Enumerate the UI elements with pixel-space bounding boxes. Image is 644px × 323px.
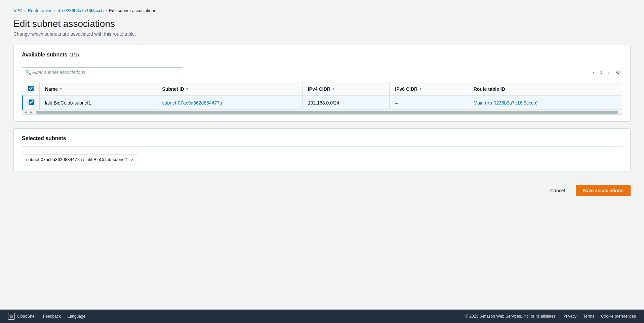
- row-checkbox[interactable]: [29, 99, 34, 105]
- privacy-link[interactable]: Privacy: [563, 314, 576, 319]
- selected-subnets-panel: Selected subnets subnet-07ac9a362d884477…: [13, 128, 631, 171]
- sort-subnet-id-icon: ▼: [186, 87, 189, 91]
- th-checkbox: [23, 82, 40, 96]
- selected-subnets-title: Selected subnets: [22, 135, 622, 142]
- prev-page-button[interactable]: ‹: [591, 68, 597, 76]
- available-subnets-count: (1/1): [69, 52, 79, 57]
- sort-ipv4-icon: ▼: [332, 87, 335, 91]
- page-number: 1: [599, 70, 604, 75]
- filter-subnet-input[interactable]: [22, 67, 183, 77]
- row-ipv6-cidr: –: [390, 96, 468, 110]
- scroll-right-btn[interactable]: ▶: [29, 110, 34, 114]
- row-ipv4-cidr: 192.168.0.0/24: [302, 96, 389, 110]
- row-subnet-id: subnet-07ac9a362d884477a: [157, 96, 302, 110]
- feedback-link[interactable]: Feedback: [43, 314, 61, 319]
- breadcrumb-vpc[interactable]: VPC: [13, 8, 23, 13]
- breadcrumb-sep-2: ›: [54, 8, 56, 13]
- search-icon: 🔍: [25, 70, 31, 75]
- available-subnets-title: Available subnets: [22, 52, 67, 58]
- breadcrumb-current: Edit subnet associations: [109, 8, 156, 13]
- breadcrumb-rtb-id[interactable]: rtb-0236b3a7e16f3cccb: [58, 8, 104, 13]
- breadcrumb-sep-1: ›: [25, 8, 26, 13]
- filter-row: 🔍 ‹ 1 › ⚙: [22, 67, 622, 77]
- subnets-table: Name ▼ Subnet ID ▼: [22, 82, 622, 110]
- th-route-table-id: Route table ID: [468, 82, 622, 96]
- cookie-link[interactable]: Cookie preferences: [601, 314, 636, 319]
- available-subnets-panel: Available subnets (1/1) 🔍 ‹ 1 › ⚙: [13, 45, 631, 122]
- scroll-left-btn[interactable]: ◀: [24, 110, 28, 114]
- row-name: lalit-BioColab-subnet1: [40, 96, 157, 110]
- route-table-id-link[interactable]: Main (rtb-0236b3a7e16f3cccb): [474, 100, 538, 106]
- language-link[interactable]: Language: [68, 314, 85, 319]
- save-associations-button[interactable]: Save associations: [576, 185, 631, 196]
- footer-actions: Cancel Save associations: [13, 178, 631, 200]
- cloudshell-icon: ⊡: [8, 313, 15, 320]
- copyright-text: © 2023, Amazon Web Services, Inc. or its…: [465, 314, 557, 319]
- th-ipv4-cidr[interactable]: IPv4 CIDR ▼: [302, 82, 389, 96]
- subnets-table-wrap: Name ▼ Subnet ID ▼: [22, 82, 622, 115]
- th-name[interactable]: Name ▼: [40, 82, 157, 96]
- bottom-bar-left: ⊡ CloudShell Feedback Language: [8, 313, 85, 320]
- row-checkbox-cell: [23, 96, 40, 110]
- cancel-button[interactable]: Cancel: [545, 185, 570, 196]
- table-scroll-row: ◀ ▶: [22, 110, 622, 114]
- select-all-checkbox[interactable]: [28, 86, 34, 91]
- cloudshell-label: CloudShell: [17, 314, 36, 319]
- filter-input-wrap: 🔍: [22, 67, 183, 77]
- selected-subnet-tag: subnet-07ac9a362d884477a / lalit-BioCola…: [22, 155, 138, 164]
- pagination-controls: ‹ 1 › ⚙: [591, 68, 622, 77]
- page-subtitle: Change which subnets are associated with…: [13, 31, 631, 37]
- table-row: lalit-BioColab-subnet1 subnet-07ac9a362d…: [23, 96, 622, 110]
- selected-subnet-label: subnet-07ac9a362d884477a / lalit-BioCola…: [26, 157, 128, 162]
- breadcrumb-route-tables[interactable]: Route tables: [28, 8, 52, 13]
- terms-link[interactable]: Terms: [583, 314, 594, 319]
- subnet-id-link[interactable]: subnet-07ac9a362d884477a: [162, 100, 222, 106]
- breadcrumb-sep-3: ›: [106, 8, 107, 13]
- selected-tags-container: subnet-07ac9a362d884477a / lalit-BioCola…: [22, 151, 622, 164]
- table-header-row: Name ▼ Subnet ID ▼: [23, 82, 622, 96]
- scroll-arrows: ◀ ▶: [24, 110, 34, 114]
- cloudshell-item[interactable]: ⊡ CloudShell: [8, 313, 36, 320]
- next-page-button[interactable]: ›: [606, 68, 611, 76]
- remove-subnet-button[interactable]: ×: [131, 157, 134, 162]
- bottom-bar-right: © 2023, Amazon Web Services, Inc. or its…: [465, 314, 636, 319]
- th-ipv6-cidr[interactable]: IPv6 CIDR ▼: [390, 82, 468, 96]
- th-subnet-id[interactable]: Subnet ID ▼: [157, 82, 302, 96]
- breadcrumb: VPC › Route tables › rtb-0236b3a7e16f3cc…: [13, 8, 631, 13]
- bottom-bar: ⊡ CloudShell Feedback Language © 2023, A…: [0, 310, 644, 323]
- row-route-table-id: Main (rtb-0236b3a7e16f3cccb): [468, 96, 622, 110]
- table-settings-button[interactable]: ⚙: [613, 68, 622, 77]
- sort-ipv6-icon: ▼: [419, 87, 422, 91]
- page-title: Edit subnet associations: [13, 18, 631, 29]
- sort-name-icon: ▼: [59, 87, 63, 91]
